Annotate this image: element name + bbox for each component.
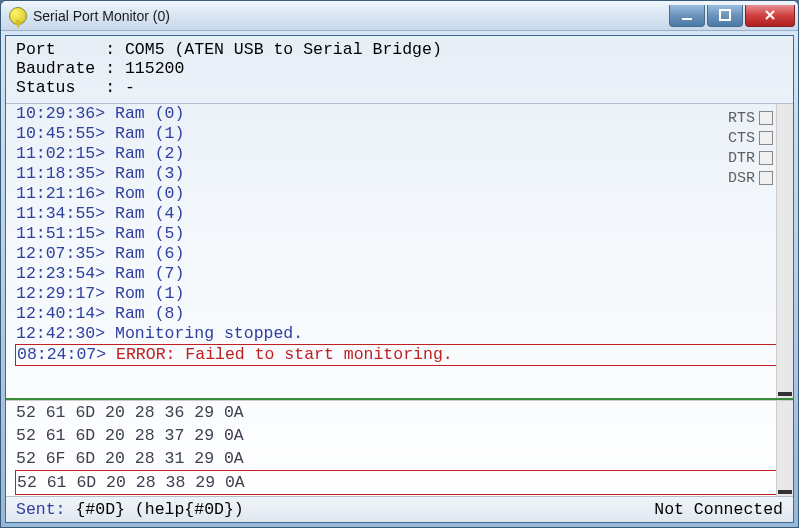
hex-line: 52 6F 6D 20 28 31 29 0A	[16, 447, 783, 470]
log-line: 11:02:15> Ram (2)	[16, 144, 783, 164]
maximize-icon	[718, 8, 732, 22]
log-scrollbar[interactable]	[776, 104, 793, 398]
log-line: 11:51:15> Ram (5)	[16, 224, 783, 244]
log-line: 11:21:16> Rom (0)	[16, 184, 783, 204]
log-area[interactable]: 10:29:36> Ram (0)10:45:55> Ram (1)11:02:…	[6, 104, 793, 400]
rts-row: RTS	[728, 108, 773, 128]
port-row: Port : COM5 (ATEN USB to Serial Bridge)	[16, 40, 783, 59]
rts-checkbox[interactable]	[759, 111, 773, 125]
log-sep: >	[95, 224, 115, 243]
baud-value: 115200	[125, 59, 184, 78]
log-sep: >	[95, 284, 115, 303]
log-sep: >	[96, 345, 116, 364]
dtr-row: DTR	[728, 148, 773, 168]
cts-label: CTS	[728, 130, 755, 147]
log-message: Ram (2)	[115, 144, 184, 163]
log-message: Ram (8)	[115, 304, 184, 323]
minimize-button[interactable]	[669, 5, 705, 27]
log-message: Ram (4)	[115, 204, 184, 223]
log-line: 10:29:36> Ram (0)	[16, 104, 783, 124]
log-timestamp: 11:02:15	[16, 144, 95, 163]
statusbar: Sent: {#0D} (help{#0D}) Not Connected	[6, 496, 793, 522]
log-sep: >	[95, 304, 115, 323]
hex-line: 52 61 6D 20 28 37 29 0A	[16, 424, 783, 447]
close-button[interactable]	[745, 5, 795, 27]
log-timestamp: 08:24:07	[17, 345, 96, 364]
log-timestamp: 10:29:36	[16, 104, 95, 123]
log-timestamp: 11:18:35	[16, 164, 95, 183]
log-timestamp: 12:42:30	[16, 324, 95, 343]
baud-row: Baudrate : 115200	[16, 59, 783, 78]
log-timestamp: 11:34:55	[16, 204, 95, 223]
log-message: Monitoring stopped.	[115, 324, 303, 343]
log-timestamp: 10:45:55	[16, 124, 95, 143]
log-sep: >	[95, 204, 115, 223]
window-title: Serial Port Monitor (0)	[33, 8, 667, 24]
port-label: Port	[16, 40, 105, 59]
svg-rect-0	[682, 18, 692, 20]
log-line: 12:07:35> Ram (6)	[16, 244, 783, 264]
log-line: 12:23:54> Ram (7)	[16, 264, 783, 284]
sent-value: {#0D} (help{#0D})	[75, 500, 243, 519]
log-message: ERROR: Failed to start monitoring.	[116, 345, 453, 364]
hex-area[interactable]: 52 61 6D 20 28 36 29 0A52 61 6D 20 28 37…	[6, 400, 793, 496]
dtr-checkbox[interactable]	[759, 151, 773, 165]
status-label: Status	[16, 78, 105, 97]
dsr-label: DSR	[728, 170, 755, 187]
app-window: Serial Port Monitor (0) Port : COM5 (ATE…	[0, 0, 799, 528]
log-sep: >	[95, 264, 115, 283]
minimize-icon	[680, 8, 694, 22]
log-message: Ram (7)	[115, 264, 184, 283]
log-sep: >	[95, 124, 115, 143]
status-row: Status : -	[16, 78, 783, 97]
client-area: Port : COM5 (ATEN USB to Serial Bridge) …	[5, 35, 794, 523]
maximize-button[interactable]	[707, 5, 743, 27]
signal-panel: RTS CTS DTR DSR	[728, 108, 773, 188]
hex-line: 52 61 6D 20 28 36 29 0A	[16, 401, 783, 424]
rts-label: RTS	[728, 110, 755, 127]
log-line: 08:24:07> ERROR: Failed to start monitor…	[15, 344, 784, 366]
log-sep: >	[95, 104, 115, 123]
cts-row: CTS	[728, 128, 773, 148]
sent-label: Sent:	[16, 500, 66, 519]
log-message: Rom (0)	[115, 184, 184, 203]
connection-status: Not Connected	[654, 500, 783, 519]
hex-lines: 52 61 6D 20 28 36 29 0A52 61 6D 20 28 37…	[6, 401, 793, 495]
baud-label: Baudrate	[16, 59, 105, 78]
log-sep: >	[95, 164, 115, 183]
close-icon	[763, 8, 777, 22]
log-sep: >	[95, 184, 115, 203]
scrollbar-mark	[778, 490, 792, 494]
status-value: -	[125, 78, 135, 97]
log-line: 11:34:55> Ram (4)	[16, 204, 783, 224]
connection-info: Port : COM5 (ATEN USB to Serial Bridge) …	[6, 36, 793, 104]
dsr-checkbox[interactable]	[759, 171, 773, 185]
dtr-label: DTR	[728, 150, 755, 167]
log-sep: >	[95, 244, 115, 263]
scrollbar-mark	[778, 392, 792, 396]
log-wrap: 10:29:36> Ram (0)10:45:55> Ram (1)11:02:…	[6, 104, 793, 496]
log-lines: 10:29:36> Ram (0)10:45:55> Ram (1)11:02:…	[6, 104, 793, 366]
dsr-row: DSR	[728, 168, 773, 188]
cts-checkbox[interactable]	[759, 131, 773, 145]
titlebar[interactable]: Serial Port Monitor (0)	[1, 1, 798, 31]
log-message: Ram (0)	[115, 104, 184, 123]
log-message: Ram (5)	[115, 224, 184, 243]
log-timestamp: 11:51:15	[16, 224, 95, 243]
log-line: 12:29:17> Rom (1)	[16, 284, 783, 304]
log-timestamp: 11:21:16	[16, 184, 95, 203]
hex-scrollbar[interactable]	[776, 401, 793, 496]
log-line: 12:40:14> Ram (8)	[16, 304, 783, 324]
status-left: Sent: {#0D} (help{#0D})	[16, 500, 654, 519]
log-line: 10:45:55> Ram (1)	[16, 124, 783, 144]
log-timestamp: 12:29:17	[16, 284, 95, 303]
log-timestamp: 12:40:14	[16, 304, 95, 323]
log-message: Rom (1)	[115, 284, 184, 303]
app-icon	[9, 7, 27, 25]
hex-line: 52 61 6D 20 28 38 29 0A	[15, 470, 784, 495]
log-line: 11:18:35> Ram (3)	[16, 164, 783, 184]
port-value: COM5 (ATEN USB to Serial Bridge)	[125, 40, 442, 59]
log-message: Ram (1)	[115, 124, 184, 143]
log-timestamp: 12:23:54	[16, 264, 95, 283]
window-controls	[667, 5, 795, 27]
